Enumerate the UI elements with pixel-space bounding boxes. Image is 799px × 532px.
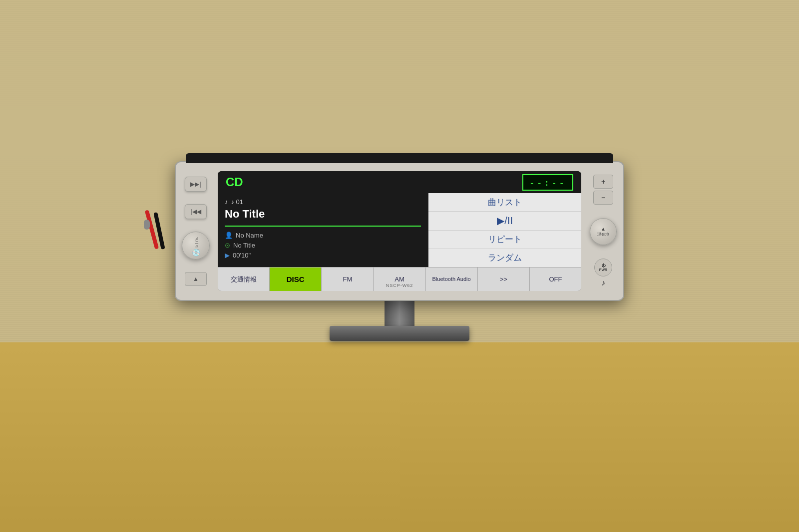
volume-controls: + −: [593, 175, 613, 205]
power-icon: ⏻: [601, 264, 605, 268]
random-button[interactable]: ランダム: [428, 249, 581, 267]
progress-line: [225, 226, 421, 227]
stand: [330, 301, 469, 341]
current-location-icon: ▲: [601, 226, 606, 232]
track-title: No Title: [225, 208, 421, 221]
play-icon: ▶: [225, 252, 230, 259]
tab-bluetooth[interactable]: Bluetooth Audio: [426, 267, 478, 291]
time-row: ▶ 00'10": [225, 252, 421, 259]
repeat-button[interactable]: リピート: [428, 231, 581, 249]
controls-panel: 曲リスト ▶/II リピート ランダム: [428, 193, 581, 267]
artist-icon: 👤: [225, 232, 233, 239]
tab-disc-label: DISC: [287, 275, 305, 284]
tab-fm[interactable]: FM: [322, 267, 374, 291]
tab-bluetooth-label: Bluetooth Audio: [432, 276, 471, 282]
tab-off[interactable]: OFF: [530, 267, 581, 291]
tab-traffic[interactable]: 交通情報: [218, 267, 270, 291]
track-number: ♪ ♪ 01: [225, 198, 421, 206]
power-button[interactable]: ⏻ PWR: [594, 259, 612, 276]
album-row: ⊙ No Title: [225, 242, 421, 249]
model-label: NSCP-W62: [386, 283, 413, 288]
power-label: PWR: [599, 268, 607, 271]
tab-fm-label: FM: [343, 275, 352, 283]
eject-icon: ▲: [193, 275, 199, 282]
audio-jack: [144, 220, 150, 230]
track-num-value: ♪ 01: [231, 198, 244, 206]
cables: [140, 210, 200, 240]
skip-forward-button[interactable]: ▶▶|: [185, 177, 207, 192]
tab-off-label: OFF: [549, 275, 562, 283]
source-label: CD: [226, 175, 243, 189]
navigation-button[interactable]: ▲ 現在地: [590, 218, 617, 245]
right-controls-panel: + − ▲ 現在地 ⏻ PWR ♪: [583, 162, 623, 300]
artist-name: No Name: [236, 232, 263, 239]
tab-am-label: AM: [395, 275, 404, 283]
tab-traffic-label: 交通情報: [231, 275, 257, 283]
album-icon: ⊙: [225, 242, 230, 249]
car-stereo-unit: ▶▶| |◀◀ メニュー 💿 ▲ CD --:--: [175, 161, 624, 301]
play-pause-button[interactable]: ▶/II: [428, 212, 581, 230]
screen-topbar: CD --:--: [218, 171, 581, 193]
track-metadata: 👤 No Name ⊙ No Title ▶ 00'10": [225, 232, 421, 259]
screen-area: CD --:-- ♪ ♪ 01 No Title: [218, 171, 581, 291]
volume-down-button[interactable]: −: [593, 191, 613, 205]
time-display: --:--: [522, 174, 573, 191]
eject-button[interactable]: ▲: [185, 272, 207, 286]
track-info-panel: ♪ ♪ 01 No Title 👤 No Name ⊙: [218, 193, 428, 267]
tab-more[interactable]: >>: [478, 267, 530, 291]
volume-up-button[interactable]: +: [593, 175, 613, 189]
skip-forward-icon: ▶▶|: [190, 181, 201, 188]
current-location-label: 現在地: [597, 232, 609, 237]
music-icon: ♪: [601, 278, 605, 287]
tab-more-label: >>: [500, 275, 507, 283]
tab-disc[interactable]: DISC: [270, 267, 322, 291]
play-time: 00'10": [233, 252, 251, 259]
playlist-button[interactable]: 曲リスト: [428, 193, 581, 212]
album-name: No Title: [233, 242, 255, 249]
disc-icon: 💿: [192, 249, 200, 257]
artist-row: 👤 No Name: [225, 232, 421, 239]
note-icon: ♪: [225, 198, 228, 206]
screen-content: ♪ ♪ 01 No Title 👤 No Name ⊙: [218, 193, 581, 267]
